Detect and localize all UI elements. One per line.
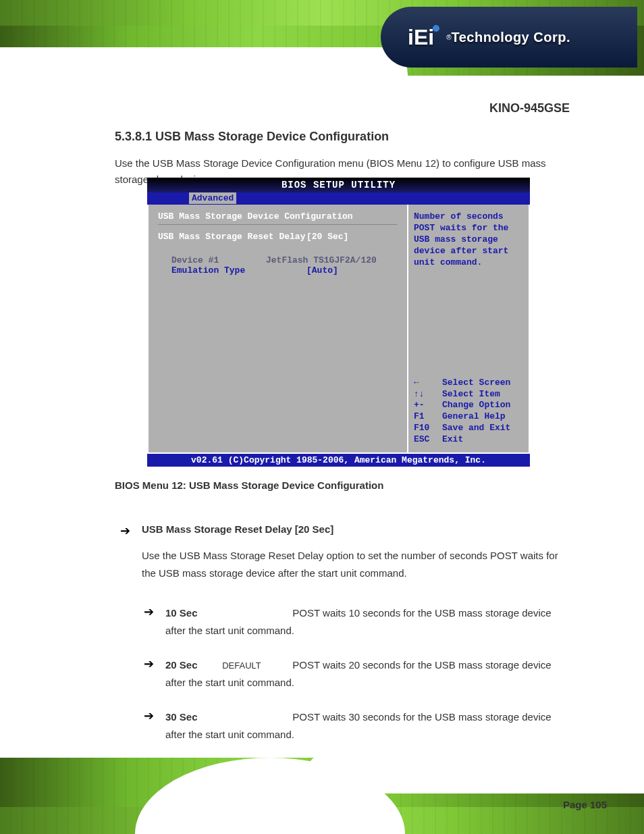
- arrow-icon: ➔: [144, 656, 154, 671]
- suboption-key: 30 Sec: [165, 708, 219, 726]
- bios-body: USB Mass Storage Device Configuration US…: [147, 205, 530, 454]
- logo-bubble: iEi ® Technology Corp.: [381, 7, 637, 68]
- bios-titlebar: BIOS SETUP UTILITY: [147, 178, 530, 192]
- bios-device-row: Device #1 JetFlash TS1GJF2A/120: [171, 255, 398, 265]
- bios-emulation-label: Emulation Type: [171, 265, 306, 276]
- bios-right-panel: Number of seconds POST waits for the USB…: [408, 205, 529, 452]
- bios-emulation-row[interactable]: Emulation Type [Auto]: [171, 265, 398, 276]
- bios-divider: [158, 224, 398, 225]
- figure-caption: BIOS Menu 12: USB Mass Storage Device Co…: [115, 479, 383, 491]
- suboption-20sec: 20 Sec DEFAULT POST waits 20 seconds for…: [165, 656, 570, 691]
- footer-swoosh-right: [306, 753, 644, 793]
- bios-device-value: JetFlash TS1GJF2A/120: [266, 255, 377, 265]
- bios-section-title: USB Mass Storage Device Configuration: [158, 211, 398, 221]
- suboption-desc: POST waits 30 seconds for the USB mass s…: [165, 711, 552, 740]
- suboption-default: DEFAULT: [222, 658, 290, 673]
- bios-nav-row-5: ESCExit: [414, 434, 523, 446]
- bios-reset-delay-label: USB Mass Storage Reset Delay: [158, 232, 306, 242]
- section-heading: 5.3.8.1 USB Mass Storage Device Configur…: [115, 130, 389, 144]
- logo-tagline: Technology Corp.: [452, 30, 571, 45]
- page-label: Page 105: [563, 799, 607, 810]
- suboption-key: 10 Sec: [165, 604, 219, 622]
- bios-device-label: Device #1: [171, 255, 266, 265]
- product-name: KINO-945GSE: [489, 101, 570, 115]
- bios-nav-row-2: +-Change Option: [414, 400, 523, 411]
- arrow-icon: ➔: [144, 708, 154, 723]
- suboption-10sec: 10 Sec POST waits 10 seconds for the USB…: [165, 604, 570, 639]
- logo-reg: ®: [446, 34, 451, 41]
- bios-emulation-value: [Auto]: [306, 265, 338, 276]
- arrow-icon: ➔: [144, 604, 154, 619]
- bios-nav-row-4: F10Save and Exit: [414, 423, 523, 434]
- bios-reset-delay-row[interactable]: USB Mass Storage Reset Delay [20 Sec]: [158, 232, 398, 242]
- suboption-desc: POST waits 10 seconds for the USB mass s…: [165, 607, 552, 636]
- bios-nav-row-3: F1General Help: [414, 411, 523, 423]
- bios-tab-advanced[interactable]: Advanced: [189, 192, 236, 204]
- bios-tabbar: Advanced: [147, 192, 530, 205]
- bios-screenshot: BIOS SETUP UTILITY Advanced USB Mass Sto…: [147, 178, 530, 466]
- option-title-reset-delay: USB Mass Storage Reset Delay [20 Sec]: [142, 523, 333, 535]
- bios-nav-row-1: ↑↓Select Item: [414, 389, 523, 400]
- bios-nav-help: ←Select Screen ↑↓Select Item +-Change Op…: [414, 377, 523, 446]
- bios-nav-row-0: ←Select Screen: [414, 377, 523, 389]
- logo-brand: iEi: [408, 25, 439, 50]
- suboption-30sec: 30 Sec POST waits 30 seconds for the USB…: [165, 708, 570, 743]
- arrow-icon: ➔: [120, 523, 130, 538]
- bios-left-panel: USB Mass Storage Device Configuration US…: [149, 205, 408, 452]
- bios-footer: v02.61 (C)Copyright 1985-2006, American …: [147, 454, 530, 467]
- logo-dot-icon: [433, 25, 439, 32]
- bios-help-text: Number of seconds POST waits for the USB…: [414, 211, 523, 268]
- bios-reset-delay-value: [20 Sec]: [306, 232, 348, 242]
- header-band: iEi ® Technology Corp.: [0, 0, 644, 76]
- option-desc-reset-delay: Use the USB Mass Storage Reset Delay opt…: [142, 547, 570, 581]
- footer-band: [0, 758, 644, 834]
- header-swoosh: [0, 47, 408, 81]
- suboption-key: 20 Sec: [165, 656, 219, 674]
